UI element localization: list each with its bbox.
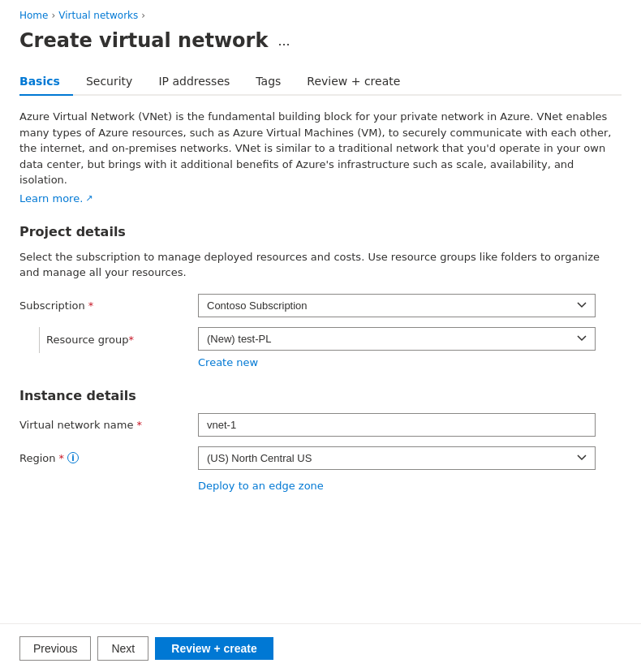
subscription-required: * bbox=[88, 299, 94, 312]
previous-button[interactable]: Previous bbox=[19, 636, 91, 661]
page-title: Create virtual network bbox=[19, 29, 268, 52]
region-dropdown[interactable]: (US) North Central US bbox=[198, 446, 596, 470]
breadcrumb-sep-2: › bbox=[141, 10, 145, 21]
region-required: * bbox=[59, 452, 65, 464]
region-control: (US) North Central US bbox=[198, 446, 622, 470]
vnet-name-input[interactable] bbox=[198, 413, 596, 437]
region-row: Region * i (US) North Central US bbox=[19, 446, 622, 470]
footer: Previous Next Review + create bbox=[0, 623, 641, 672]
external-link-icon: ↗ bbox=[85, 193, 92, 204]
tab-ip-addresses[interactable]: IP addresses bbox=[145, 68, 243, 96]
vnet-name-label: Virtual network name * bbox=[19, 419, 198, 431]
subscription-dropdown[interactable]: Contoso Subscription bbox=[198, 294, 596, 317]
resource-group-control: (New) test-PL bbox=[198, 327, 622, 351]
vnet-name-required: * bbox=[136, 419, 142, 431]
breadcrumb-sep-1: › bbox=[51, 10, 55, 21]
vnet-description: Azure Virtual Network (VNet) is the fund… bbox=[19, 109, 622, 188]
subscription-label: Subscription * bbox=[19, 299, 198, 312]
learn-more-label: Learn more. bbox=[19, 192, 83, 205]
resource-group-label: Resource group bbox=[46, 334, 129, 346]
breadcrumb-virtual-networks[interactable]: Virtual networks bbox=[58, 10, 138, 21]
resource-group-required: * bbox=[129, 334, 135, 346]
deploy-edge-link[interactable]: Deploy to an edge zone bbox=[198, 480, 622, 492]
project-details-desc: Select the subscription to manage deploy… bbox=[19, 249, 622, 281]
ellipsis-button[interactable]: ... bbox=[274, 31, 293, 51]
breadcrumb-home[interactable]: Home bbox=[19, 10, 48, 21]
indent-line bbox=[39, 327, 40, 353]
tab-bar: Basics Security IP addresses Tags Review… bbox=[19, 68, 622, 96]
learn-more-link[interactable]: Learn more. ↗ bbox=[19, 192, 93, 205]
vnet-name-row: Virtual network name * bbox=[19, 413, 622, 437]
region-info-icon[interactable]: i bbox=[67, 452, 79, 463]
resource-group-indent: Resource group * bbox=[19, 327, 198, 353]
tab-review-create[interactable]: Review + create bbox=[294, 68, 413, 96]
region-label: Region * i bbox=[19, 452, 198, 464]
review-create-button[interactable]: Review + create bbox=[155, 637, 273, 660]
subscription-row: Subscription * Contoso Subscription bbox=[19, 294, 622, 317]
subscription-control: Contoso Subscription bbox=[198, 294, 622, 317]
resource-group-dropdown[interactable]: (New) test-PL bbox=[198, 327, 596, 351]
tab-security[interactable]: Security bbox=[73, 68, 146, 96]
next-button[interactable]: Next bbox=[97, 636, 148, 661]
tab-basics[interactable]: Basics bbox=[19, 68, 73, 96]
resource-group-row: Resource group * (New) test-PL bbox=[19, 327, 622, 353]
vnet-name-control bbox=[198, 413, 622, 437]
tab-tags[interactable]: Tags bbox=[243, 68, 294, 96]
project-details-title: Project details bbox=[19, 224, 622, 239]
breadcrumb: Home › Virtual networks › bbox=[19, 10, 622, 21]
instance-details-title: Instance details bbox=[19, 388, 622, 403]
create-new-link[interactable]: Create new bbox=[198, 356, 622, 368]
